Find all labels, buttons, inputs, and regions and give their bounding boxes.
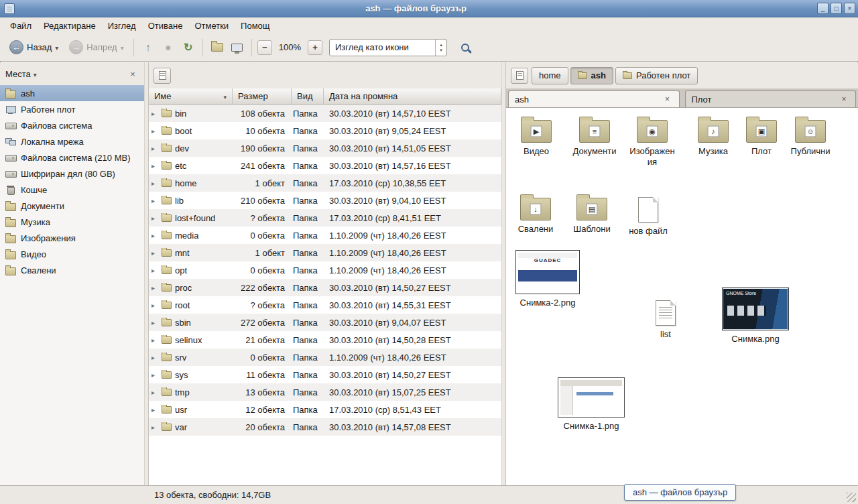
- table-row[interactable]: selinux 21 обекта Папка 30.03.2010 (вт) …: [149, 331, 501, 349]
- table-row[interactable]: bin 108 обекта Папка 30.03.2010 (вт) 14,…: [149, 105, 501, 122]
- expander-icon[interactable]: [151, 371, 158, 379]
- path-button[interactable]: home: [532, 67, 568, 84]
- zoom-out-button[interactable]: −: [257, 40, 272, 55]
- menu-item[interactable]: Отиване: [142, 19, 189, 33]
- back-history-chevron-icon[interactable]: [55, 42, 58, 52]
- view-mode-combo[interactable]: Изглед като икони ▴▾: [329, 39, 447, 56]
- sidebar-combo-chevron-icon[interactable]: [34, 69, 37, 79]
- expander-icon[interactable]: [151, 406, 158, 414]
- table-row[interactable]: proc 222 обекта Папка 30.03.2010 (вт) 14…: [149, 279, 501, 296]
- sidebar-item[interactable]: Музика: [0, 214, 144, 230]
- pane-splitter[interactable]: [144, 62, 149, 485]
- menu-item[interactable]: Файл: [4, 19, 38, 33]
- file-icon-item[interactable]: list: [646, 297, 686, 340]
- sidebar-item[interactable]: ash: [0, 85, 144, 101]
- close-button[interactable]: ×: [844, 3, 855, 14]
- pane-splitter[interactable]: [501, 62, 506, 485]
- sidebar-item[interactable]: Кошче: [0, 182, 144, 198]
- table-row[interactable]: media 0 обекта Папка 1.10.2009 (чт) 18,4…: [149, 227, 501, 244]
- table-row[interactable]: opt 0 обекта Папка 1.10.2009 (чт) 18,40,…: [149, 261, 501, 279]
- table-row[interactable]: lib 210 обекта Папка 30.03.2010 (вт) 9,0…: [149, 192, 501, 209]
- file-icon-item[interactable]: ↓ Свалени: [511, 192, 560, 235]
- resize-grip[interactable]: [847, 493, 856, 502]
- file-icon-item[interactable]: ▶ Видео: [510, 115, 562, 157]
- home-button[interactable]: [208, 39, 226, 56]
- sidebar-close-icon[interactable]: ×: [127, 68, 139, 80]
- expander-icon[interactable]: [151, 232, 158, 239]
- tab-close-icon[interactable]: ×: [662, 94, 673, 105]
- table-row[interactable]: sbin 272 обекта Папка 30.03.2010 (вт) 9,…: [149, 314, 501, 331]
- sidebar-item[interactable]: Файлова система: [0, 117, 144, 133]
- table-row[interactable]: sys 11 обекта Папка 30.03.2010 (вт) 14,5…: [149, 366, 501, 383]
- menu-item[interactable]: Отметки: [188, 19, 235, 33]
- expander-icon[interactable]: [151, 145, 158, 152]
- expander-icon[interactable]: [151, 336, 158, 344]
- zoom-in-button[interactable]: +: [308, 40, 322, 55]
- column-header-date[interactable]: Дата на промяна: [324, 88, 501, 105]
- table-row[interactable]: tmp 13 обекта Папка 30.03.2010 (вт) 15,0…: [149, 383, 501, 401]
- table-row[interactable]: etc 241 обекта Папка 30.03.2010 (вт) 14,…: [149, 157, 501, 174]
- expander-icon[interactable]: [151, 354, 158, 361]
- menu-item[interactable]: Редактиране: [38, 19, 102, 33]
- search-button[interactable]: [455, 38, 475, 57]
- location-edit-button[interactable]: [511, 68, 528, 84]
- minimize-button[interactable]: _: [817, 3, 829, 14]
- tab[interactable]: ash ×: [508, 90, 680, 107]
- sidebar-item[interactable]: Видео: [0, 246, 144, 262]
- sidebar-title[interactable]: Места: [5, 69, 31, 79]
- menu-item[interactable]: Изглед: [102, 19, 142, 33]
- icon-grid[interactable]: ▶ Видео ≡ Документи: [506, 108, 858, 485]
- expander-icon[interactable]: [151, 180, 158, 187]
- expander-icon[interactable]: [151, 302, 158, 309]
- expander-icon[interactable]: [151, 424, 158, 431]
- combo-spinner-icon[interactable]: ▴▾: [435, 40, 446, 56]
- sidebar-item[interactable]: Локална мрежа: [0, 133, 144, 149]
- location-toggle-button[interactable]: [154, 68, 171, 84]
- table-row[interactable]: boot 10 обекта Папка 30.03.2010 (вт) 9,0…: [149, 122, 501, 139]
- expander-icon[interactable]: [151, 162, 158, 170]
- file-icon-item[interactable]: ▤ Шаблони: [568, 192, 616, 235]
- stop-button[interactable]: [160, 39, 177, 56]
- forward-button[interactable]: → Напред: [65, 38, 127, 57]
- sidebar-item[interactable]: Работен плот: [0, 101, 144, 117]
- column-header-type[interactable]: Вид: [292, 88, 324, 105]
- table-row[interactable]: lost+found ? обекта Папка 17.03.2010 (ср…: [149, 209, 501, 227]
- table-row[interactable]: home 1 обект Папка 17.03.2010 (ср) 10,38…: [149, 174, 501, 192]
- expander-icon[interactable]: [151, 267, 158, 274]
- back-button[interactable]: ← Назад: [5, 38, 62, 57]
- expander-icon[interactable]: [151, 110, 158, 117]
- expander-icon[interactable]: [151, 249, 158, 257]
- taskbar-window-button[interactable]: ash — файлов браузър: [624, 484, 736, 501]
- file-icon-item[interactable]: нов файл: [625, 194, 671, 237]
- tab-close-icon[interactable]: ×: [839, 94, 849, 105]
- sidebar-item[interactable]: Изображения: [0, 230, 144, 246]
- expander-icon[interactable]: [151, 319, 158, 326]
- reload-button[interactable]: [180, 39, 197, 56]
- sidebar-item[interactable]: Файлова система (210 MB): [0, 149, 144, 166]
- table-row[interactable]: mnt 1 обект Папка 1.10.2009 (чт) 18,40,2…: [149, 244, 501, 261]
- table-row[interactable]: var 20 обекта Папка 30.03.2010 (вт) 14,5…: [149, 418, 501, 436]
- maximize-button[interactable]: □: [831, 3, 842, 14]
- file-icon-item[interactable]: ☺ Публични: [784, 115, 837, 157]
- computer-button[interactable]: [229, 39, 246, 56]
- table-row[interactable]: dev 190 обекта Папка 30.03.2010 (вт) 14,…: [149, 139, 501, 157]
- sidebar-item[interactable]: Свалени: [0, 262, 144, 278]
- file-icon-item[interactable]: GNOME Store Снимка.png: [718, 288, 793, 344]
- expander-icon[interactable]: [151, 284, 158, 292]
- sidebar-item[interactable]: Шифриран дял (80 GB): [0, 166, 144, 182]
- sidebar-item[interactable]: Документи: [0, 198, 144, 214]
- file-icon-item[interactable]: Снимка-1.png: [556, 377, 627, 432]
- menu-item[interactable]: Помощ: [235, 19, 275, 33]
- titlebar[interactable]: ash — файлов браузър _ □ ×: [0, 0, 858, 17]
- up-button[interactable]: [139, 39, 157, 56]
- table-row[interactable]: usr 12 обекта Папка 17.03.2010 (ср) 8,51…: [149, 401, 501, 418]
- column-header-size[interactable]: Размер: [233, 88, 292, 105]
- path-button[interactable]: ash: [570, 67, 613, 84]
- expander-icon[interactable]: [151, 214, 158, 222]
- file-icon-item[interactable]: GUADEC Снимка-2.png: [513, 250, 583, 308]
- column-header-name[interactable]: Име: [149, 88, 233, 105]
- file-icon-item[interactable]: ♪ Музика: [688, 115, 738, 157]
- file-icon-item[interactable]: ≡ Документи: [565, 115, 624, 157]
- expander-icon[interactable]: [151, 127, 158, 135]
- tab[interactable]: Плот ×: [685, 90, 857, 107]
